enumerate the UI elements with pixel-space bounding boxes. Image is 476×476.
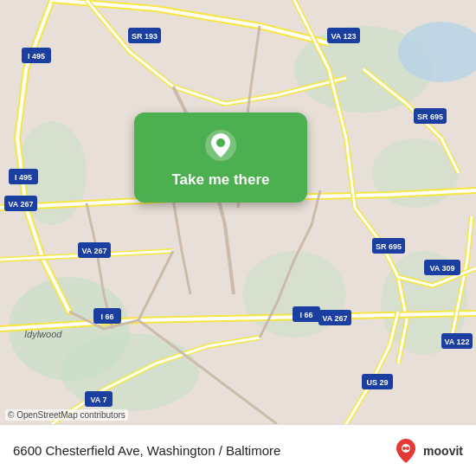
- moovit-brand-text: moovit: [423, 444, 463, 458]
- svg-point-43: [402, 447, 406, 450]
- address-text: 6600 Chesterfield Ave, Washington / Balt…: [13, 443, 280, 458]
- svg-text:I 495: I 495: [15, 173, 32, 182]
- svg-text:VA 267: VA 267: [8, 200, 33, 209]
- svg-text:VA 309: VA 309: [429, 264, 454, 273]
- popup-label: Take me there: [171, 171, 269, 189]
- svg-text:I 66: I 66: [100, 312, 113, 321]
- location-pin-icon: [203, 128, 238, 163]
- map-background: I 495 I 495 VA 267 VA 267 VA 267 SR 193 …: [0, 0, 476, 424]
- moovit-logo: moovit: [392, 437, 463, 465]
- svg-text:I 495: I 495: [28, 52, 45, 61]
- svg-text:US 29: US 29: [366, 378, 388, 387]
- svg-text:Idylwood: Idylwood: [24, 329, 62, 339]
- svg-text:VA 122: VA 122: [444, 338, 469, 346]
- moovit-brand-icon: [392, 437, 420, 465]
- svg-point-41: [216, 138, 225, 147]
- svg-text:VA 123: VA 123: [331, 32, 356, 41]
- svg-text:VA 267: VA 267: [81, 247, 106, 255]
- svg-text:SR 193: SR 193: [132, 32, 158, 41]
- svg-point-5: [61, 333, 199, 411]
- svg-text:I 66: I 66: [299, 311, 312, 319]
- copyright-text: © OpenStreetMap contributors: [5, 409, 128, 421]
- map-container: I 495 I 495 VA 267 VA 267 VA 267 SR 193 …: [0, 0, 476, 424]
- info-bar: 6600 Chesterfield Ave, Washington / Balt…: [0, 424, 476, 476]
- svg-text:VA 7: VA 7: [90, 396, 106, 404]
- svg-point-44: [406, 447, 409, 450]
- map-popup[interactable]: Take me there: [134, 113, 307, 203]
- address-container: 6600 Chesterfield Ave, Washington / Balt…: [13, 443, 392, 459]
- svg-text:SR 695: SR 695: [376, 242, 402, 251]
- svg-text:SR 695: SR 695: [417, 113, 443, 121]
- svg-text:VA 267: VA 267: [322, 314, 347, 323]
